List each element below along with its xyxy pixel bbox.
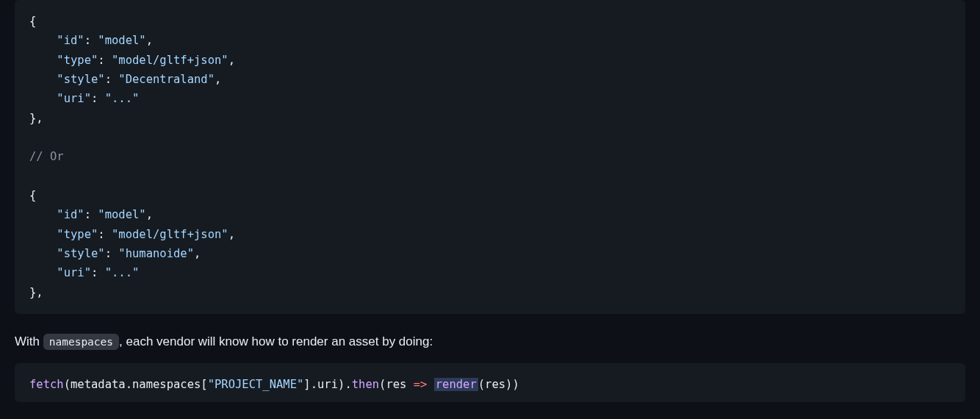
code-line: "type": "model/gltf+json", [29,51,951,70]
brace-close: }, [29,286,43,299]
code-line: "type": "model/gltf+json", [29,225,951,244]
code-block-json-examples: { "id": "model", "type": "model/gltf+jso… [15,0,965,314]
code-line-blank [29,128,951,147]
json-value: "..." [105,92,140,105]
param-res: res [386,378,406,391]
comment-or: // Or [29,150,64,163]
fn-then: then [352,378,379,391]
brace-open: { [29,15,36,28]
code-line: "uri": "..." [29,263,951,282]
code-line-comment: // Or [29,147,951,166]
json-value: "humanoide" [118,247,194,260]
code-line: "style": "Decentraland", [29,70,951,89]
ident-namespaces: namespaces [132,378,201,391]
fn-fetch: fetch [29,378,64,391]
json-key-uri: "uri" [57,266,91,279]
prose-text-after: , each vendor will know how to render an… [119,334,433,348]
json-key-id: "id" [57,34,84,47]
explanation-paragraph: With namespaces, each vendor will know h… [0,326,980,363]
inline-code-namespaces: namespaces [43,334,119,350]
json-key-style: "style" [57,247,104,260]
code-line: }, [29,109,951,128]
json-value: "model/gltf+json" [112,54,228,67]
json-key-type: "type" [57,228,98,241]
code-line: fetch(metadata.namespaces["PROJECT_NAME"… [29,375,951,394]
prose-text-before: With [15,334,43,348]
json-key-id: "id" [57,208,84,221]
code-line: "id": "model", [29,31,951,50]
brace-open: { [29,189,36,202]
ident-uri: uri [317,378,338,391]
code-line: "id": "model", [29,205,951,224]
code-line: "style": "humanoide", [29,244,951,263]
arrow-fn: => [414,378,428,391]
code-line: "uri": "..." [29,89,951,108]
json-key-uri: "uri" [57,92,91,105]
json-key-style: "style" [57,73,104,86]
json-value: "Decentraland" [118,73,215,86]
string-project-name: "PROJECT_NAME" [208,378,304,391]
code-line: }, [29,283,951,302]
json-value: "..." [105,266,140,279]
code-line-blank [29,167,951,186]
json-value: "model" [98,208,145,221]
json-value: "model" [98,34,145,47]
code-block-fetch-example: fetch(metadata.namespaces["PROJECT_NAME"… [15,363,965,401]
fn-render-highlighted: render [434,378,478,391]
brace-close: }, [29,112,43,125]
json-value: "model/gltf+json" [112,228,228,241]
code-line: { [29,12,951,31]
json-key-type: "type" [57,54,98,67]
ident-metadata: metadata [71,378,126,391]
code-line: { [29,186,951,205]
arg-res: res [485,378,505,391]
